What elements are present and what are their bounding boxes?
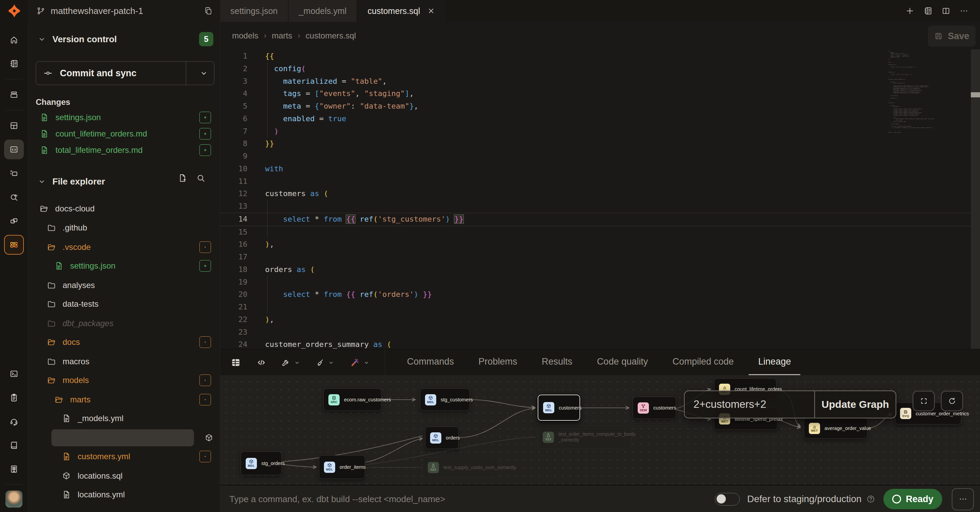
lineage-node-customers-model[interactable]: MDLcustomers (538, 394, 580, 421)
activity-home-button[interactable] (4, 30, 24, 50)
code-line-21[interactable]: 21 (220, 301, 970, 314)
ai-fix-icon[interactable] (350, 357, 370, 368)
format-icon[interactable] (315, 358, 334, 367)
code-line-3[interactable]: 3 materialized = "table", (220, 75, 970, 88)
tree-item-locations.sql[interactable]: locations.sql (28, 467, 220, 485)
activity-headset-button[interactable] (4, 412, 24, 431)
update-graph-button[interactable]: Update Graph (815, 391, 896, 418)
activity-terminal-button[interactable] (4, 364, 24, 384)
activity-frame-button[interactable] (4, 163, 24, 183)
tree-item-.github[interactable]: .github (28, 219, 220, 236)
changed-file-settings.json[interactable]: settings.json (28, 109, 220, 126)
tree-item-models[interactable]: models (28, 372, 220, 389)
panel-tab-code-quality[interactable]: Code quality (587, 349, 657, 375)
lineage-node-order-items[interactable]: MDLorder_items (319, 455, 365, 479)
new-file-icon[interactable] (178, 174, 187, 182)
close-icon[interactable] (427, 7, 435, 15)
code-line-12[interactable]: 12customers as ( (220, 188, 970, 200)
ready-status-button[interactable]: Ready (883, 489, 942, 509)
activity-search-chart-button[interactable] (4, 187, 24, 207)
commit-and-sync-button[interactable]: Commit and sync (36, 61, 215, 85)
activity-windows-button[interactable] (4, 211, 24, 231)
new-tab-icon[interactable] (905, 6, 914, 15)
lineage-node-test-order-items[interactable]: TSTtest_order_items_compute_to_bools _co… (538, 425, 631, 449)
code-line-22[interactable]: 22), (220, 314, 970, 326)
command-input[interactable]: Type a command, ex. dbt build --select <… (229, 494, 715, 504)
lineage-node-stg-orders[interactable]: MDLstg_orders (240, 451, 282, 475)
tree-item-settings.json[interactable]: settings.json (28, 257, 220, 274)
version-control-header[interactable]: Version control (37, 32, 117, 46)
code-line-19[interactable]: 19 (220, 276, 970, 289)
activity-atom-button[interactable] (4, 235, 24, 255)
minimap[interactable]: {{ config( materialized = "table", tags … (888, 51, 970, 134)
more-options-button[interactable] (952, 488, 974, 510)
stage-file-button[interactable] (199, 112, 211, 123)
overflow-menu-icon[interactable] (959, 6, 969, 15)
tree-item-customers.yml[interactable]: customers.yml (28, 448, 220, 465)
chevron-down-icon[interactable] (363, 359, 370, 366)
split-editor-icon[interactable] (942, 6, 950, 15)
save-button[interactable]: Save (928, 26, 975, 47)
tree-item-docs[interactable]: docs (28, 333, 220, 351)
code-line-18[interactable]: 18orders as ( (220, 263, 970, 276)
code-line-4[interactable]: 4 tags = ["events", "staging"], (220, 88, 970, 100)
file-explorer-header[interactable]: File explorer (37, 174, 105, 188)
code-line-20[interactable]: 20 select * from {{ ref('orders') }} (220, 288, 970, 301)
tree-item-marts[interactable]: marts (28, 391, 220, 408)
notebook-panel-icon[interactable] (924, 6, 932, 15)
activity-building-button[interactable] (4, 459, 24, 479)
lineage-search-input[interactable]: 2+customers+2 (685, 391, 814, 418)
lineage-search[interactable]: 2+customers+2 Update Graph (684, 391, 896, 418)
defer-toggle[interactable] (715, 493, 740, 506)
tree-item-macros[interactable]: macros (28, 353, 220, 370)
copy-icon[interactable] (204, 6, 213, 15)
code-preview-icon[interactable] (256, 357, 266, 368)
tree-item-.vscode[interactable]: .vscode (28, 239, 220, 256)
tree-item-docs-cloud[interactable]: docs-cloud (28, 200, 220, 217)
chevron-down-icon[interactable] (294, 359, 301, 366)
lineage-node-ecom-raw-customers[interactable]: SRCecom.raw_customers (323, 388, 382, 411)
breadcrumb[interactable]: models›marts›customers.sql (232, 22, 356, 49)
code-line-8[interactable]: 8}} (220, 137, 970, 150)
changed-file-count_lifetime_orders.md[interactable]: count_lifetime_orders.md (28, 126, 220, 142)
code-line-10[interactable]: 10with (220, 163, 970, 175)
breadcrumb-item[interactable]: customers.sql (305, 31, 356, 40)
activity-book-button[interactable] (4, 435, 24, 455)
help-icon[interactable] (866, 494, 875, 504)
build-tools-icon[interactable] (282, 358, 301, 367)
lineage-node-customers-semantic[interactable]: SEMcustomers (633, 397, 676, 419)
code-line-23[interactable]: 23 (220, 326, 970, 339)
changed-file-total_lifetime_orders.md[interactable]: total_lifetime_orders.md (28, 142, 220, 158)
tree-item-analyses[interactable]: analyses (28, 277, 220, 294)
code-editor[interactable]: 1{{2 config(3 materialized = "table",4 t… (220, 49, 980, 349)
lineage-canvas[interactable]: SRCecom.raw_customersMDLstg_customersMDL… (220, 375, 980, 485)
lineage-node-test-supply-costs[interactable]: TSTtest_supply_costs_sum_correctly (423, 457, 499, 478)
search-icon[interactable] (196, 174, 205, 182)
activity-avatar[interactable] (4, 490, 24, 510)
activity-code-window-button[interactable] (4, 140, 24, 160)
code-line-16[interactable]: 16), (220, 238, 970, 251)
activity-tray-button[interactable] (4, 85, 24, 105)
tree-item-data-tests[interactable]: data-tests (28, 295, 220, 313)
editor-scrollbar[interactable] (971, 49, 980, 349)
panel-tab-problems[interactable]: Problems (469, 349, 527, 375)
code-line-24[interactable]: 24customer_orders_summary as ( (220, 338, 970, 349)
tree-item-locations.yml[interactable]: locations.yml (28, 486, 220, 503)
code-line-5[interactable]: 5 meta = {"owner": "data-team"}, (220, 100, 970, 113)
panel-tab-commands[interactable]: Commands (398, 349, 463, 375)
activity-grid-button[interactable] (4, 116, 24, 136)
panel-tab-compiled-code[interactable]: Compiled code (663, 349, 743, 375)
code-line-6[interactable]: 6 enabled = true (220, 113, 970, 125)
breadcrumb-item[interactable]: marts (272, 31, 292, 40)
stage-file-button[interactable] (199, 260, 211, 272)
breadcrumb-item[interactable]: models (232, 31, 258, 40)
code-line-7[interactable]: 7 ) (220, 125, 970, 138)
lineage-node-average-order-value[interactable]: METaverage_order_value (804, 418, 868, 439)
panel-tab-lineage[interactable]: Lineage (749, 349, 800, 375)
activity-clipboard-button[interactable] (4, 388, 24, 407)
stage-file-button[interactable] (199, 128, 211, 140)
code-line-14[interactable]: 14 select * from {{ ref('stg_customers')… (220, 213, 970, 226)
code-line-15[interactable]: 15 (220, 226, 970, 239)
tree-item-dbt_packages[interactable]: dbt_packages (28, 315, 220, 332)
tree-item-customers.sql[interactable]: customers.sql (28, 429, 220, 446)
